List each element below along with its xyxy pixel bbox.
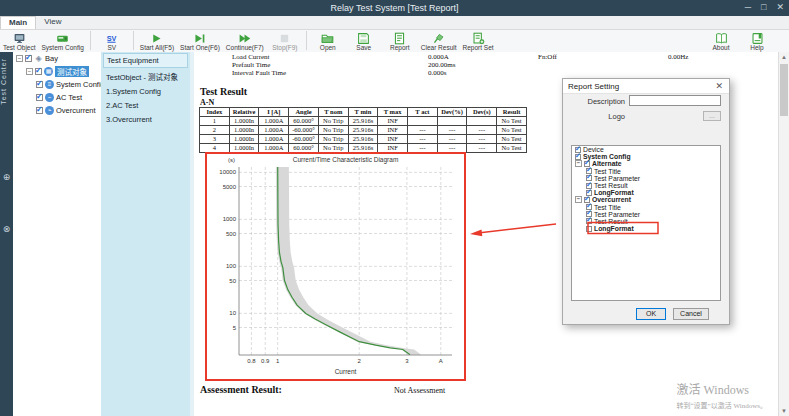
table-cell: INF [378, 135, 408, 144]
checkbox[interactable] [586, 226, 592, 232]
nav-item-testobject-测试对象[interactable]: TestObject - 测试对象 [103, 69, 188, 84]
table-cell: -60.000° [289, 126, 319, 135]
toolbar-button-report-set[interactable]: Report Set [460, 31, 497, 51]
toolbar-button-help[interactable]: Help [739, 31, 775, 51]
param-row: Prefault Time200.00ms [232, 61, 270, 69]
checkbox[interactable] [25, 55, 32, 62]
dialog-tree-item-test-title[interactable]: Test Title [572, 204, 720, 211]
nav-item-test-equipment[interactable]: Test Equipment [103, 53, 188, 68]
dialog-tree-item-test-parameter[interactable]: Test Parameter [572, 211, 720, 218]
dialog-tree-item-system-config[interactable]: System Config [572, 153, 720, 160]
x-tick-label: 2 [358, 358, 362, 364]
tree-item-overcurrent[interactable]: ⌁Overcurrent [13, 104, 101, 117]
side-strip: Test Center ⊕ ⊗ [0, 52, 13, 416]
tree-item-system-config[interactable]: ≡System Config [13, 78, 101, 91]
minimize-button[interactable]: ─ [745, 1, 751, 14]
add-circle-icon[interactable]: ⊕ [1, 172, 12, 182]
scroll-down-icon[interactable]: ▼ [779, 408, 789, 414]
dialog-tree-item-alternate[interactable]: −Alternate [572, 160, 720, 167]
folder-icon [313, 31, 343, 44]
ribbon-tab-view[interactable]: View [36, 16, 69, 28]
vertical-scrollbar[interactable]: ▲ ▼ [778, 52, 789, 416]
toolbar-right-buttons: AboutHelp [703, 31, 775, 51]
toolbar-button-open[interactable]: Open [310, 31, 346, 51]
dialog-tree-item-test-result[interactable]: Test Result [572, 182, 720, 189]
param-value: 0.000A [428, 53, 449, 61]
expander-icon[interactable]: − [26, 68, 33, 75]
nav-item-2-ac-test[interactable]: 2.AC Test [103, 99, 188, 112]
toolbar-button-continue-f7[interactable]: Continue(F7) [223, 31, 267, 51]
description-input[interactable] [629, 95, 721, 106]
toolbar-button-about[interactable]: About [703, 31, 739, 51]
x-axis-unit: A [439, 358, 443, 364]
x-tick-label: 1 [276, 358, 280, 364]
table-row: 11.000In1.000A60.000°No Trip25.916sINFNo… [200, 117, 527, 126]
column-header-result: Result [497, 108, 527, 117]
expander-icon[interactable]: − [575, 196, 582, 203]
dialog-tree-item-test-title[interactable]: Test Title [572, 168, 720, 175]
column-header-t-nom: T nom [318, 108, 348, 117]
toolbar-button-clear-result[interactable]: Clear Result [418, 31, 460, 51]
scrollbar-thumb[interactable] [780, 64, 788, 116]
y-tick-label: 1000 [223, 216, 237, 222]
toolbar-button-start-all-f5[interactable]: Start All(F5) [137, 31, 177, 51]
dialog-tree-item-test-result[interactable]: Test Result [572, 218, 720, 225]
y-tick-label: 100 [226, 263, 237, 269]
y-tick-label: 5000 [223, 184, 237, 190]
table-cell: No Test [497, 126, 527, 135]
expander-icon[interactable]: − [16, 55, 23, 62]
tree-item-ac-test[interactable]: ~AC Test [13, 91, 101, 104]
bay-icon: ◈ [34, 54, 43, 63]
checkbox[interactable] [575, 154, 581, 160]
chart-title: Current/Time Characteristic Diagram [293, 156, 399, 164]
title-bar: Relay Test System [Test Report] ─ □ ✕ [0, 0, 789, 16]
cancel-button[interactable]: Cancel [673, 308, 709, 320]
toolbar-button-start-one-f6[interactable]: Start One(F6) [177, 31, 223, 51]
dialog-tree-item-label: System Config [583, 153, 631, 160]
tree-item-测试对象[interactable]: −▦测试对象 [13, 65, 101, 78]
param-label: Load Current [232, 53, 270, 61]
toolbar-button-report[interactable]: Report [382, 31, 418, 51]
checkbox[interactable] [36, 107, 43, 114]
toolbar-button-sv[interactable]: SVSV [94, 31, 130, 51]
toolbar-button-test-object[interactable]: Test Object [0, 31, 39, 51]
tree-item-bay[interactable]: −◈Bay [13, 52, 101, 65]
overcurrent-node-icon: ⌁ [45, 106, 54, 115]
logo-browse-button[interactable]: ... [703, 111, 721, 121]
close-button[interactable]: ✕ [776, 1, 784, 14]
table-cell: No Test [497, 144, 527, 153]
scroll-up-icon[interactable]: ▲ [779, 54, 789, 60]
param-row: Load Current0.000AFn:Off0.00Hz [232, 53, 270, 61]
ok-button[interactable]: OK [636, 308, 666, 320]
dialog-tree-item-label: Test Parameter [594, 175, 640, 182]
dialog-tree-item-label: LongFormat [594, 189, 634, 196]
dialog-tree-item-longformat[interactable]: LongFormat [572, 225, 720, 232]
dialog-close-icon[interactable]: ✕ [715, 81, 723, 91]
result-table-body: 11.000In1.000A60.000°No Trip25.916sINFNo… [200, 117, 527, 153]
checkbox[interactable] [586, 218, 592, 224]
checkbox[interactable] [35, 68, 42, 75]
dialog-tree-item-overcurrent[interactable]: −Overcurrent [572, 196, 720, 203]
close-circle-icon[interactable]: ⊗ [1, 224, 12, 234]
toolbar-button-system-config[interactable]: System Config [39, 31, 87, 51]
test-center-tab[interactable]: Test Center [0, 58, 13, 105]
toolbar-button-save[interactable]: Save [346, 31, 382, 51]
dialog-tree-item-longformat[interactable]: LongFormat [572, 189, 720, 196]
table-cell: --- [467, 135, 497, 144]
toolbar-button-stop-f9[interactable]: Stop(F9) [267, 31, 303, 51]
expander-icon[interactable]: − [575, 160, 582, 167]
table-cell: -60.000° [289, 135, 319, 144]
report-sections-tree: DeviceSystem Config−AlternateTest TitleT… [571, 145, 721, 301]
checkbox[interactable] [36, 94, 43, 101]
nav-item-3-overcurrent[interactable]: 3.Overcurrent [103, 113, 188, 126]
dialog-title: Report Setting [568, 82, 619, 91]
nav-item-1-system-config[interactable]: 1.System Config [103, 85, 188, 98]
dialog-tree-item-device[interactable]: Device [572, 146, 720, 153]
maximize-button[interactable]: □ [761, 1, 766, 14]
table-cell: 1.000A [259, 117, 289, 126]
toolbar-separator [90, 31, 91, 50]
ribbon-tab-main[interactable]: Main [0, 16, 36, 29]
dialog-tree-item-test-parameter[interactable]: Test Parameter [572, 175, 720, 182]
report-icon [385, 31, 415, 44]
checkbox[interactable] [36, 81, 43, 88]
